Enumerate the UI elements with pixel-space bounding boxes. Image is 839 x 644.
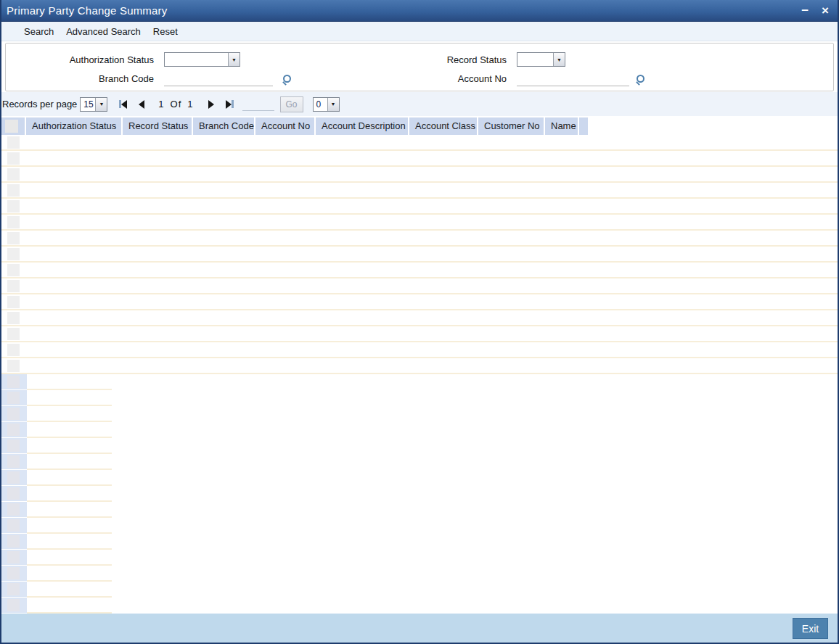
column-header-record-status[interactable]: Record Status xyxy=(123,117,192,135)
row-select-cell xyxy=(1,406,27,422)
row-data-cell xyxy=(27,598,112,614)
window-title: Primary Party Change Summary xyxy=(0,4,168,17)
row-checkbox[interactable] xyxy=(7,535,20,548)
record-status-label: Record Status xyxy=(311,53,507,67)
row-checkbox[interactable] xyxy=(7,392,20,404)
row-select-cell xyxy=(1,582,27,598)
advanced-search-link[interactable]: Advanced Search xyxy=(66,26,141,37)
table-row xyxy=(1,518,838,534)
row-checkbox[interactable] xyxy=(7,328,20,340)
row-data-cell xyxy=(27,486,112,502)
table-row xyxy=(1,215,838,231)
chevron-down-icon[interactable]: ▼ xyxy=(553,53,565,66)
row-checkbox[interactable] xyxy=(7,184,20,197)
exit-button[interactable]: Exit xyxy=(793,618,828,639)
column-header-name[interactable]: Name xyxy=(545,117,578,135)
row-checkbox[interactable] xyxy=(7,455,20,468)
row-checkbox[interactable] xyxy=(7,152,20,165)
row-checkbox[interactable] xyxy=(7,551,20,564)
window-controls: − × xyxy=(801,4,839,17)
window-border-left xyxy=(0,0,1,644)
table-row xyxy=(1,582,838,598)
table-row xyxy=(1,135,838,151)
row-select-cell xyxy=(1,502,27,518)
page-number-input[interactable] xyxy=(242,98,274,111)
reset-link[interactable]: Reset xyxy=(153,26,178,37)
row-checkbox[interactable] xyxy=(7,519,20,532)
table-row xyxy=(1,231,838,247)
table-row xyxy=(1,342,838,358)
column-header-account-no[interactable]: Account No xyxy=(255,117,314,135)
row-checkbox[interactable] xyxy=(7,567,20,579)
chevron-down-icon[interactable]: ▼ xyxy=(327,98,339,111)
table-row xyxy=(1,151,838,167)
next-page-icon[interactable] xyxy=(208,100,214,109)
row-checkbox[interactable] xyxy=(7,296,20,308)
go-button[interactable]: Go xyxy=(280,96,303,112)
row-checkbox[interactable] xyxy=(7,360,20,372)
row-checkbox[interactable] xyxy=(7,248,20,260)
chevron-down-icon[interactable]: ▼ xyxy=(95,98,107,111)
account-no-input[interactable] xyxy=(517,73,629,86)
row-checkbox[interactable] xyxy=(7,280,20,292)
row-select-cell xyxy=(1,566,27,582)
row-checkbox[interactable] xyxy=(7,200,20,212)
authorization-status-select[interactable]: ▼ xyxy=(164,52,240,67)
close-button[interactable]: × xyxy=(822,4,829,17)
column-header-trailing xyxy=(579,117,588,135)
row-checkbox[interactable] xyxy=(7,599,20,611)
row-select-cell xyxy=(1,486,27,502)
first-page-icon[interactable] xyxy=(119,100,127,109)
column-header-account-class[interactable]: Account Class xyxy=(409,117,477,135)
row-select-cell xyxy=(1,390,27,406)
row-data-cell xyxy=(27,518,112,534)
row-checkbox[interactable] xyxy=(7,216,20,228)
column-header-authorization-status[interactable]: Authorization Status xyxy=(26,117,121,135)
row-checkbox[interactable] xyxy=(7,136,20,149)
search-link[interactable]: Search xyxy=(24,26,54,37)
account-no-label: Account No xyxy=(311,72,507,86)
row-checkbox[interactable] xyxy=(7,376,20,388)
select-all-cell[interactable] xyxy=(1,117,25,135)
row-checkbox[interactable] xyxy=(7,344,20,356)
current-page: 1 xyxy=(158,99,164,110)
chevron-down-icon[interactable]: ▼ xyxy=(228,53,240,66)
column-header-account-description[interactable]: Account Description xyxy=(316,117,408,135)
row-checkbox[interactable] xyxy=(7,583,20,595)
last-page-icon[interactable] xyxy=(226,100,234,109)
column-header-branch-code[interactable]: Branch Code xyxy=(193,117,254,135)
row-data-cell xyxy=(27,550,112,566)
row-data-cell xyxy=(27,454,112,470)
select-all-checkbox[interactable] xyxy=(5,120,18,133)
minimize-button[interactable]: − xyxy=(801,4,809,17)
branch-code-search-icon[interactable] xyxy=(282,75,292,85)
record-status-select[interactable]: ▼ xyxy=(517,52,565,67)
records-per-page-select[interactable]: 15 ▼ xyxy=(80,97,107,112)
authorization-status-label: Authorization Status xyxy=(6,53,154,67)
table-row xyxy=(1,598,838,614)
row-data-cell xyxy=(27,502,112,518)
column-header-customer-no[interactable]: Customer No xyxy=(478,117,544,135)
row-checkbox[interactable] xyxy=(7,503,20,516)
trailing-select[interactable]: 0 ▼ xyxy=(313,97,340,112)
row-checkbox[interactable] xyxy=(7,264,20,276)
account-no-search-icon[interactable] xyxy=(635,75,645,85)
table-row xyxy=(1,183,838,199)
row-select-cell xyxy=(1,438,27,454)
table-row xyxy=(1,358,838,374)
table-row xyxy=(1,534,838,550)
row-checkbox[interactable] xyxy=(7,408,20,420)
row-checkbox[interactable] xyxy=(7,232,20,244)
table-row xyxy=(1,486,838,502)
row-checkbox[interactable] xyxy=(7,471,20,484)
row-checkbox[interactable] xyxy=(7,312,20,324)
table-body xyxy=(1,135,838,374)
of-label: Of xyxy=(171,99,182,110)
row-checkbox[interactable] xyxy=(7,424,20,436)
row-checkbox[interactable] xyxy=(7,168,20,181)
previous-page-icon[interactable] xyxy=(139,100,144,109)
row-checkbox[interactable] xyxy=(7,439,20,452)
branch-code-input[interactable] xyxy=(164,73,273,86)
table-row xyxy=(1,263,838,278)
row-checkbox[interactable] xyxy=(7,487,20,500)
